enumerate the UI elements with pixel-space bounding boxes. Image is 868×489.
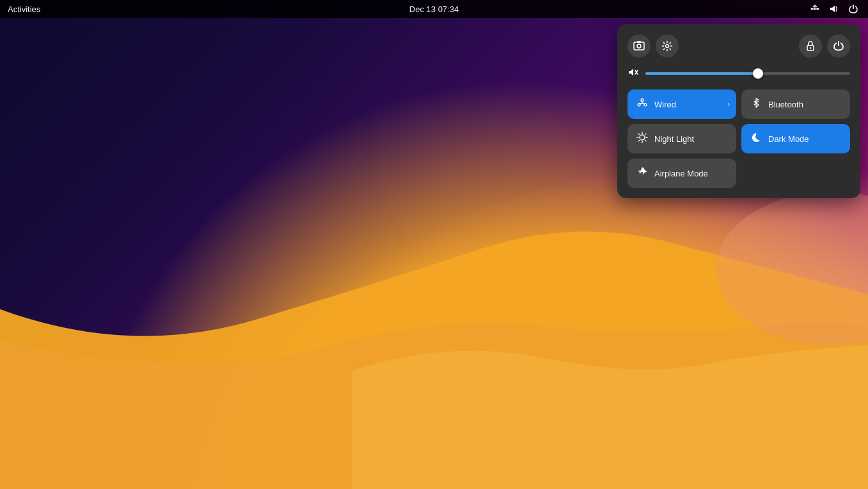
dark-mode-icon	[750, 132, 762, 146]
svg-point-9	[666, 45, 669, 48]
wired-icon	[636, 97, 648, 111]
wired-toggle[interactable]: Wired ›	[627, 89, 736, 119]
volume-row	[627, 66, 850, 81]
panel-top-row	[627, 35, 850, 58]
topbar: Activities Dec 13 07:34	[0, 0, 868, 18]
panel-top-right	[799, 35, 850, 58]
svg-rect-6	[634, 42, 644, 50]
svg-line-27	[645, 141, 646, 141]
night-light-toggle[interactable]: Night Light	[627, 124, 736, 153]
svg-point-7	[637, 44, 641, 48]
svg-point-14	[641, 99, 643, 102]
power-status-icon[interactable]	[846, 2, 860, 16]
topbar-clock: Dec 13 07:34	[409, 4, 459, 14]
svg-rect-8	[637, 41, 641, 43]
network-status-icon[interactable]	[808, 2, 822, 16]
volume-slider[interactable]	[645, 72, 850, 75]
night-light-label: Night Light	[654, 134, 694, 144]
dark-mode-label: Dark Mode	[768, 134, 809, 144]
panel-top-left	[627, 35, 679, 58]
bluetooth-icon	[750, 97, 762, 111]
dark-mode-toggle[interactable]: Dark Mode	[741, 124, 850, 153]
svg-line-29	[638, 141, 639, 141]
wired-label: Wired	[654, 100, 676, 109]
airplane-mode-label: Airplane Mode	[654, 169, 708, 178]
power-button[interactable]	[827, 35, 850, 58]
volume-mute-icon	[627, 66, 639, 81]
lock-button[interactable]	[799, 35, 822, 58]
airplane-icon	[636, 166, 648, 180]
bluetooth-toggle[interactable]: Bluetooth	[741, 89, 850, 119]
svg-point-2	[814, 8, 816, 10]
svg-point-11	[810, 47, 811, 49]
svg-line-26	[638, 134, 639, 134]
bluetooth-label: Bluetooth	[768, 100, 803, 109]
svg-point-0	[716, 192, 868, 345]
activities-button[interactable]: Activities	[8, 4, 40, 14]
screenshot-button[interactable]	[627, 35, 651, 58]
toggles-grid: Wired › Bluetooth	[627, 89, 850, 188]
wired-chevron: ›	[727, 100, 730, 109]
settings-button[interactable]	[656, 35, 679, 58]
svg-point-21	[640, 135, 645, 140]
svg-line-28	[645, 134, 646, 134]
airplane-mode-toggle[interactable]: Airplane Mode	[627, 159, 736, 188]
quick-settings-panel: Wired › Bluetooth	[617, 24, 860, 198]
topbar-right-icons	[808, 2, 860, 16]
night-light-icon	[636, 132, 648, 146]
volume-status-icon[interactable]	[827, 2, 841, 16]
